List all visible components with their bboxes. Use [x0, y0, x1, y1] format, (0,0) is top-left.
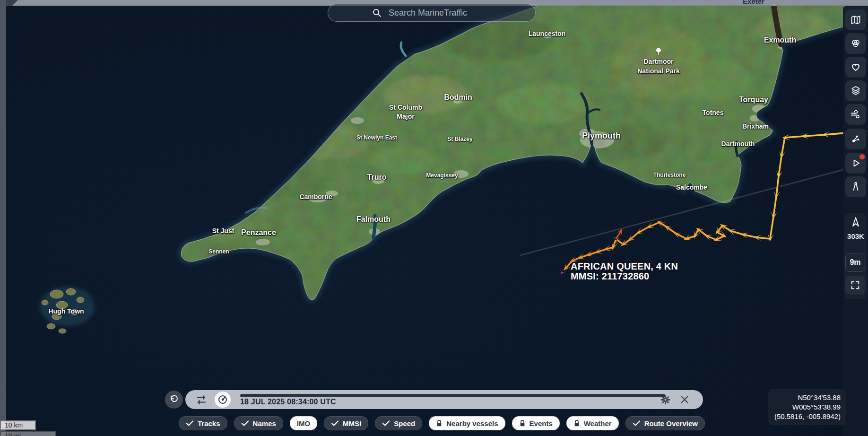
toggle-events[interactable]: Events	[512, 416, 560, 430]
check-icon	[331, 420, 339, 427]
fullscreen-button[interactable]	[845, 276, 865, 295]
play-icon	[850, 157, 861, 169]
vessel-label[interactable]: AFRICAN QUEEN, 4 KN MMSI: 211732860	[571, 262, 678, 281]
coord-lon-dms: W005°53'38.99	[774, 402, 841, 412]
toggle-label: Tracks	[198, 419, 220, 427]
toggle-speed[interactable]: Speed	[375, 416, 422, 430]
blend-circles-icon	[850, 38, 861, 49]
layers-button[interactable]	[845, 80, 866, 101]
vessel-count: 303K	[844, 232, 867, 240]
scale-bar-km: 10 km	[0, 420, 36, 430]
wind-layer-button[interactable]	[845, 104, 866, 125]
search-bar[interactable]	[328, 4, 536, 22]
toggle-names[interactable]: Names	[234, 416, 283, 430]
toggle-tracks[interactable]: Tracks	[179, 416, 227, 430]
toggle-label: Events	[529, 419, 553, 427]
depth-zoom-button[interactable]: 9m	[845, 253, 865, 272]
playback-speed-button[interactable]	[215, 392, 231, 408]
toggle-label: Nearby vessels	[446, 419, 498, 427]
map-tools-sidebar: 303K 9m	[843, 6, 868, 436]
speed-gauge-icon	[217, 394, 228, 405]
check-icon	[382, 420, 390, 427]
swap-arrows-icon	[196, 394, 207, 405]
check-icon	[633, 420, 641, 427]
replay-button[interactable]	[165, 391, 183, 409]
lock-icon	[519, 419, 526, 427]
park-tree-icon	[655, 47, 662, 56]
search-input[interactable]	[388, 8, 531, 18]
heart-icon	[850, 61, 861, 73]
blend-modes-button[interactable]	[845, 33, 866, 54]
scale-bar-mi: 10 mi	[0, 431, 56, 436]
marinetraffic-map-view[interactable]: Launceston Exmouth Dartmoor National Par…	[0, 0, 868, 436]
gear-icon	[660, 394, 671, 405]
swap-direction-button[interactable]	[196, 394, 207, 407]
check-icon	[186, 420, 194, 427]
toggle-label: Route Overview	[644, 419, 698, 427]
replay-icon	[169, 394, 179, 405]
satellite-map[interactable]	[0, 0, 868, 436]
vessel-name-speed: AFRICAN QUEEN, 4 KN	[571, 262, 678, 271]
vessel-mmsi: MMSI: 211732860	[571, 271, 678, 281]
play-replay-button[interactable]	[845, 153, 866, 174]
favorites-button[interactable]	[845, 57, 866, 78]
timeline-bar: 18 JUL 2025 08:34:00 UTC	[185, 390, 703, 409]
fullscreen-icon	[850, 280, 860, 290]
toggle-label: Names	[253, 419, 276, 427]
map-icon	[850, 14, 861, 26]
toggle-imo[interactable]: IMO	[290, 416, 317, 430]
lock-icon	[436, 419, 443, 427]
nav-group: 303K 9m	[844, 213, 867, 299]
layers-icon	[850, 85, 861, 96]
timeline-timestamp: 18 JUL 2025 08:34:00 UTC	[240, 398, 336, 406]
wind-icon	[850, 109, 861, 120]
cursor-coordinates: N50°34'53.88 W005°53'38.99 (50.5816, -00…	[768, 389, 846, 425]
north-arrow-button[interactable]	[847, 214, 865, 230]
toggle-label: IMO	[297, 419, 310, 427]
toggle-weather[interactable]: Weather	[566, 416, 619, 430]
north-arrow-icon	[850, 216, 862, 228]
toggle-label: Weather	[584, 419, 612, 427]
measure-button[interactable]	[845, 176, 866, 197]
lock-icon	[573, 419, 580, 427]
toggle-route-overview[interactable]: Route Overview	[625, 416, 705, 430]
toggle-label: MMSI	[343, 419, 361, 427]
coord-lat-dms: N50°34'53.88	[774, 393, 841, 402]
window-left-strip	[0, 0, 6, 436]
compass-divider-icon	[850, 181, 861, 192]
toggle-label: Speed	[394, 419, 415, 427]
layer-toggles: Tracks Names IMO MMSI Speed Nearby vesse…	[179, 416, 705, 430]
check-icon	[241, 420, 249, 427]
network-button[interactable]	[845, 129, 866, 149]
close-icon	[679, 394, 690, 405]
coord-decimal: (50.5816, -005.8942)	[774, 412, 841, 421]
timeline-settings-button[interactable]	[660, 394, 671, 407]
search-icon	[372, 8, 382, 18]
network-nodes-icon	[850, 133, 861, 145]
toggle-mmsi[interactable]: MMSI	[324, 416, 368, 430]
toggle-nearby-vessels[interactable]: Nearby vessels	[429, 416, 505, 430]
notification-dot	[859, 154, 865, 159]
timeline-slider[interactable]	[240, 394, 665, 397]
map-label-exeter: Exeter	[743, 0, 764, 5]
map-style-button[interactable]	[845, 9, 866, 30]
timeline-close-button[interactable]	[679, 394, 690, 407]
